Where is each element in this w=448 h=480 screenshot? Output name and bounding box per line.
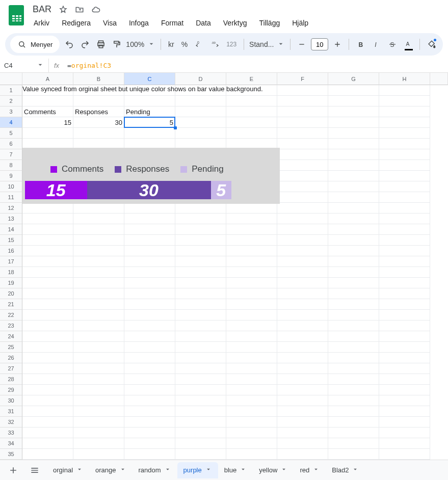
cell-B30[interactable]	[73, 395, 124, 406]
cell-F18[interactable]	[277, 267, 328, 278]
star-icon[interactable]	[59, 5, 68, 14]
cell-H33[interactable]	[379, 428, 430, 438]
undo-button[interactable]	[63, 37, 75, 51]
cell-G35[interactable]	[328, 449, 379, 460]
row-header-7[interactable]: 7	[0, 149, 22, 160]
decrease-decimal-button[interactable]: .0	[193, 37, 205, 51]
row-header-21[interactable]: 21	[0, 299, 22, 310]
decrease-font-size-button[interactable]	[296, 38, 308, 50]
col-header-A[interactable]: A	[22, 73, 73, 85]
cell-G10[interactable]	[328, 181, 379, 192]
cell-G4[interactable]	[328, 117, 379, 128]
row-header-12[interactable]: 12	[0, 203, 22, 214]
cell-D21[interactable]	[175, 299, 226, 310]
cell-H4[interactable]	[379, 117, 430, 128]
cell-A3[interactable]: Comments	[22, 106, 73, 117]
cell-C15[interactable]	[124, 235, 175, 246]
cell-A30[interactable]	[22, 395, 73, 406]
cell-D20[interactable]	[175, 288, 226, 299]
cell-D34[interactable]	[175, 438, 226, 449]
cell-H27[interactable]	[379, 363, 430, 374]
cell-H3[interactable]	[379, 106, 430, 117]
cell-E20[interactable]	[226, 288, 277, 299]
paint-format-button[interactable]	[110, 37, 123, 51]
cell-E29[interactable]	[226, 385, 277, 395]
col-header-G[interactable]: G	[328, 73, 379, 85]
cell-F4[interactable]	[277, 117, 328, 128]
row-header-11[interactable]: 11	[0, 192, 22, 203]
cell-C13[interactable]	[124, 214, 175, 224]
increase-font-size-button[interactable]	[331, 38, 344, 50]
menu-redigera[interactable]: Redigera	[60, 18, 93, 28]
cell-C28[interactable]	[124, 374, 175, 385]
cell-G9[interactable]	[328, 171, 379, 181]
row-header-4[interactable]: 4	[0, 117, 22, 128]
cell-H35[interactable]	[379, 449, 430, 460]
cell-D14[interactable]	[175, 224, 226, 235]
cell-D31[interactable]	[175, 406, 226, 417]
cell-H13[interactable]	[379, 214, 430, 224]
cell-C18[interactable]	[124, 267, 175, 278]
redo-button[interactable]	[78, 37, 91, 51]
cell-H19[interactable]	[379, 278, 430, 288]
cell-B28[interactable]	[73, 374, 124, 385]
cell-B5[interactable]	[73, 128, 124, 139]
cell-E21[interactable]	[226, 299, 277, 310]
cell-H31[interactable]	[379, 406, 430, 417]
cell-C27[interactable]	[124, 363, 175, 374]
cell-D15[interactable]	[175, 235, 226, 246]
cell-B29[interactable]	[73, 385, 124, 395]
cell-G2[interactable]	[328, 96, 379, 106]
currency-button[interactable]: kr	[166, 37, 176, 51]
cell-A15[interactable]	[22, 235, 73, 246]
cell-A26[interactable]	[22, 353, 73, 363]
row-header-33[interactable]: 33	[0, 428, 22, 438]
cell-B26[interactable]	[73, 353, 124, 363]
cell-F19[interactable]	[277, 278, 328, 288]
cell-F23[interactable]	[277, 321, 328, 331]
cell-H17[interactable]	[379, 256, 430, 267]
cell-B32[interactable]	[73, 417, 124, 428]
cell-H18[interactable]	[379, 267, 430, 278]
cell-H15[interactable]	[379, 235, 430, 246]
cell-G31[interactable]	[328, 406, 379, 417]
cell-H2[interactable]	[379, 96, 430, 106]
cell-D27[interactable]	[175, 363, 226, 374]
col-header-B[interactable]: B	[73, 73, 124, 85]
cell-E12[interactable]	[226, 203, 277, 214]
cell-A19[interactable]	[22, 278, 73, 288]
cell-G13[interactable]	[328, 214, 379, 224]
bold-button[interactable]: B	[354, 37, 367, 51]
name-box[interactable]: C4	[0, 59, 49, 72]
menu-data[interactable]: Data	[194, 18, 213, 28]
cell-H11[interactable]	[379, 192, 430, 203]
cell-E33[interactable]	[226, 428, 277, 438]
cell-A35[interactable]	[22, 449, 73, 460]
cell-E15[interactable]	[226, 235, 277, 246]
cell-A14[interactable]	[22, 224, 73, 235]
cell-A13[interactable]	[22, 214, 73, 224]
cell-F17[interactable]	[277, 256, 328, 267]
cell-A22[interactable]	[22, 310, 73, 321]
cell-A1[interactable]: Value synced from orginal sheet but uniq…	[22, 85, 73, 96]
cell-E35[interactable]	[226, 449, 277, 460]
increase-decimal-button[interactable]: .00	[208, 37, 221, 51]
formula-bar[interactable]: =orginal!C3	[64, 62, 448, 69]
cell-C32[interactable]	[124, 417, 175, 428]
cell-C31[interactable]	[124, 406, 175, 417]
row-header-3[interactable]: 3	[0, 106, 22, 117]
menu-arkiv[interactable]: Arkiv	[32, 18, 51, 28]
cell-B12[interactable]	[73, 203, 124, 214]
cell-B18[interactable]	[73, 267, 124, 278]
cell-G25[interactable]	[328, 342, 379, 353]
menu-tillagg[interactable]: Tillägg	[257, 18, 282, 28]
row-header-29[interactable]: 29	[0, 385, 22, 395]
cell-G8[interactable]	[328, 160, 379, 171]
cell-E24[interactable]	[226, 331, 277, 342]
cell-G20[interactable]	[328, 288, 379, 299]
cell-C2[interactable]	[124, 96, 175, 106]
row-header-25[interactable]: 25	[0, 342, 22, 353]
cell-E25[interactable]	[226, 342, 277, 353]
cell-A5[interactable]	[22, 128, 73, 139]
cell-B20[interactable]	[73, 288, 124, 299]
